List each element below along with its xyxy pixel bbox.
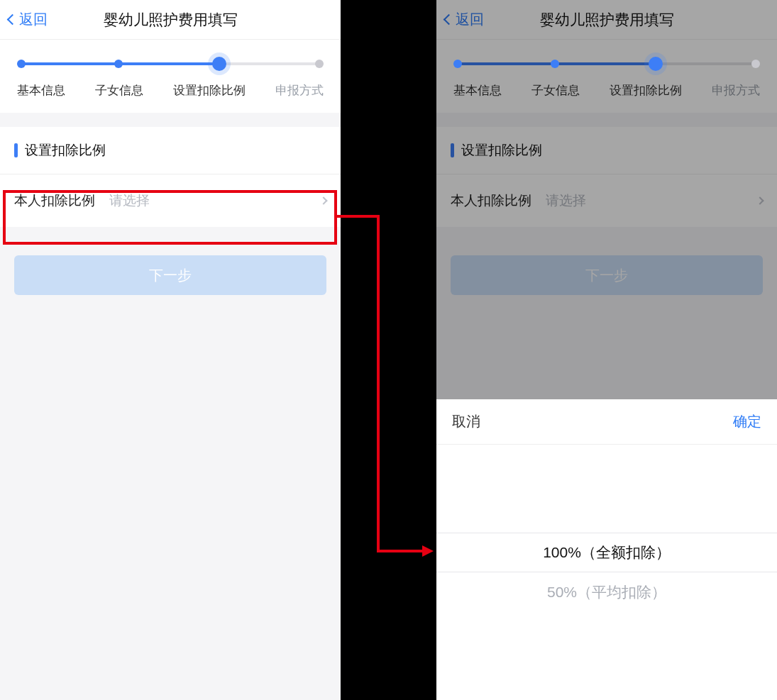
next-button-label: 下一步 <box>149 266 192 285</box>
screen-before: 返回 婴幼儿照护费用填写 基本信息 子女信息 设置扣除比例 申报方式 设置扣除比… <box>0 0 341 700</box>
nav-bar: 返回 婴幼儿照护费用填写 <box>0 0 341 40</box>
back-button[interactable]: 返回 <box>9 0 48 39</box>
picker-sheet: 取消 确定 100%（全额扣除） 50%（平均扣除） <box>436 399 777 700</box>
step-label-1: 基本信息 <box>17 82 65 99</box>
picker-header: 取消 确定 <box>436 399 777 445</box>
picker-option[interactable]: 50%（平均扣除） <box>436 572 777 612</box>
deduction-ratio-row[interactable]: 本人扣除比例 请选择 <box>0 174 341 227</box>
next-button[interactable]: 下一步 <box>14 255 326 295</box>
arrow-head-icon <box>422 545 434 557</box>
picker-wheel[interactable]: 100%（全额扣除） 50%（平均扣除） <box>436 445 777 700</box>
step-dot-4 <box>751 60 760 68</box>
step-dot-2 <box>114 60 123 68</box>
arrow-segment-h2 <box>377 550 424 552</box>
picker-confirm-button[interactable]: 确定 <box>733 412 761 431</box>
step-dot-4 <box>315 60 324 68</box>
screen-after: 返回 婴幼儿照护费用填写 基本信息 子女信息 设置扣除比例 申报方式 设置扣除比… <box>436 0 777 700</box>
step-label-4: 申报方式 <box>275 82 324 99</box>
step-dot-3-current <box>649 57 663 71</box>
step-label-3: 设置扣除比例 <box>173 82 246 99</box>
section-header: 设置扣除比例 <box>0 127 341 174</box>
chevron-left-icon <box>7 14 18 26</box>
picker-cancel-button[interactable]: 取消 <box>452 412 480 431</box>
step-dot-1 <box>453 60 462 68</box>
step-dot-1 <box>17 60 26 68</box>
section-title: 设置扣除比例 <box>25 141 106 160</box>
chevron-right-icon <box>319 196 327 204</box>
arrow-segment-v <box>377 215 380 552</box>
arrow-segment-h1 <box>337 215 380 218</box>
picker-option-selected[interactable]: 100%（全额扣除） <box>436 533 777 572</box>
back-label: 返回 <box>19 10 48 29</box>
accent-bar-icon <box>14 143 18 157</box>
step-label-2: 子女信息 <box>95 82 143 99</box>
step-dot-3-current <box>212 57 226 71</box>
step-indicator: 基本信息 子女信息 设置扣除比例 申报方式 <box>0 40 341 113</box>
row-label: 本人扣除比例 <box>14 191 95 210</box>
row-placeholder: 请选择 <box>109 191 150 210</box>
page-title: 婴幼儿照护费用填写 <box>104 10 238 30</box>
